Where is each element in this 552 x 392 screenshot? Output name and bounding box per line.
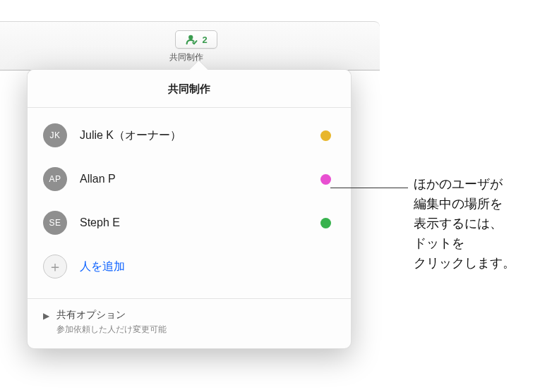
share-options-row[interactable]: ▶ 共有オプション 参加依頼した人だけ変更可能	[28, 298, 351, 348]
avatar: AP	[43, 167, 67, 191]
callout-leader-line	[330, 188, 408, 188]
collaboration-popover: 共同制作 JK Julie K（オーナー） AP Allan P SE Step…	[27, 69, 352, 349]
participant-row[interactable]: AP Allan P	[28, 157, 351, 201]
participants-list: JK Julie K（オーナー） AP Allan P SE Steph E ＋…	[28, 108, 351, 298]
avatar: SE	[43, 211, 67, 235]
participant-name: Allan P	[80, 173, 308, 185]
svg-point-0	[188, 35, 193, 39]
presence-dot[interactable]	[320, 130, 331, 141]
add-person-row[interactable]: ＋ 人を追加	[28, 245, 351, 293]
person-check-icon	[185, 33, 198, 46]
collaboration-button[interactable]: 2	[175, 30, 217, 49]
plus-icon: ＋	[43, 255, 67, 278]
participant-name: Steph E	[80, 216, 308, 229]
participant-row[interactable]: SE Steph E	[28, 201, 351, 245]
avatar: JK	[43, 123, 67, 147]
popover-title: 共同制作	[28, 70, 351, 108]
add-person-label: 人を追加	[80, 259, 125, 274]
toolbar-background: 2 共同制作	[0, 21, 380, 71]
participant-row[interactable]: JK Julie K（オーナー）	[28, 114, 351, 157]
share-options-title: 共有オプション	[56, 309, 167, 321]
share-options-subtitle: 参加依頼した人だけ変更可能	[56, 324, 167, 336]
participant-name: Julie K（オーナー）	[80, 128, 308, 143]
presence-dot[interactable]	[320, 174, 331, 185]
presence-dot[interactable]	[320, 218, 331, 228]
callout-text: ほかのユーザが 編集中の場所を 表示するには、 ドットを クリックします。	[414, 175, 515, 273]
disclosure-triangle-icon[interactable]: ▶	[43, 311, 49, 321]
share-options-text: 共有オプション 参加依頼した人だけ変更可能	[56, 309, 167, 336]
collaboration-count: 2	[202, 35, 207, 45]
